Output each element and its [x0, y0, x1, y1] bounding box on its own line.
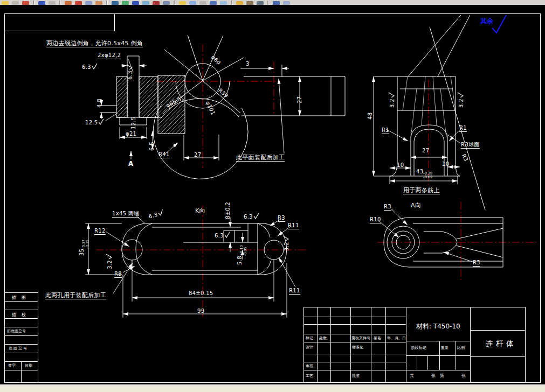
- dim-label: 48: [367, 113, 373, 120]
- toolbar-icon-fragment[interactable]: [210, 1, 217, 5]
- dim-label: 84±0.15: [189, 290, 213, 296]
- view-arrow-label: A: [128, 161, 134, 167]
- radius-label: R41: [158, 151, 170, 158]
- roughness-label: 6.3: [126, 64, 133, 80]
- tb-cell-scale: 比例: [457, 346, 465, 350]
- drawing-canvas[interactable]: [0, 0, 545, 392]
- margin-cell-sign: 签字: [8, 363, 16, 368]
- dim-label: 10: [397, 162, 404, 168]
- machining-note: 此平面装配后加工: [236, 155, 285, 162]
- toolbar-icon-fragment[interactable]: [12, 1, 19, 5]
- roughness-label: 3.2: [457, 92, 464, 108]
- check-icon: [388, 92, 395, 98]
- radius-label: R10: [370, 216, 381, 223]
- check-icon: [224, 232, 230, 238]
- toolbar-icon-fragment[interactable]: [22, 1, 29, 5]
- radius-label: R3: [278, 215, 285, 222]
- tb-cell-process: 工艺: [306, 374, 313, 378]
- dim-label: 5.8+0.10-0.05: [237, 245, 247, 265]
- dim-label: 8±0.2: [225, 202, 231, 219]
- tb-cell-date: 年、月、日: [387, 336, 406, 340]
- check-icon: [253, 213, 259, 219]
- roughness-label: 3.2: [106, 254, 113, 269]
- toolbar-icon-fragment[interactable]: [2, 1, 9, 5]
- part-name: 连杆体: [486, 339, 516, 349]
- tb-cell-approve: 批准: [352, 374, 360, 378]
- margin-row-base-no: 底图总号: [9, 346, 28, 351]
- dim-label: 99: [197, 308, 204, 314]
- general-roughness-note: 其余: [480, 18, 494, 24]
- toolbar-icon-fragment[interactable]: [65, 1, 72, 5]
- toolbar-icon-fragment[interactable]: [112, 1, 119, 5]
- toolbar-icon-fragment[interactable]: [75, 1, 82, 5]
- toolbar-separator: [174, 1, 175, 5]
- radius-label: R12: [94, 228, 106, 235]
- dim-label: φ21: [126, 131, 136, 137]
- hole-machining-note: 此两孔用于装配后加工: [45, 292, 106, 299]
- roughness-label: 6.3: [82, 63, 98, 70]
- material-field: 材料: T450-10: [416, 322, 460, 331]
- roughness-label: 12.5: [85, 118, 104, 125]
- toolbar-icon-fragment[interactable]: [49, 1, 56, 5]
- toolbar-icon-fragment[interactable]: [95, 1, 102, 5]
- radius-label: R11: [289, 288, 300, 295]
- radius-label: R3: [384, 204, 391, 211]
- toolbar-separator: [106, 1, 108, 5]
- roughness-label: 6.3: [215, 232, 230, 239]
- dim-label: 27: [422, 148, 429, 153]
- tb-cell-change-doc: 更改文件号: [351, 336, 370, 340]
- chamfer-label: 1x45 两端: [112, 211, 139, 218]
- toolbar-icon-fragment[interactable]: [246, 1, 253, 5]
- toolbar: [0, 0, 545, 5]
- dim-label: 6.5: [149, 142, 155, 151]
- tb-cell-check: 审核: [306, 364, 313, 368]
- toolbar-icon-fragment[interactable]: [85, 1, 92, 5]
- toolbar-icon-fragment[interactable]: [163, 1, 170, 5]
- toolbar-separator: [59, 1, 61, 5]
- status-bar: [0, 384, 545, 392]
- toolbar-icon-fragment[interactable]: [153, 1, 160, 5]
- toolbar-icon-fragment[interactable]: [132, 1, 139, 5]
- view-label: A向: [411, 202, 421, 208]
- dim-label: 43-0.20-0.65: [416, 169, 432, 179]
- radius-label: R8: [114, 271, 122, 278]
- margin-cell-date: 日期: [25, 363, 32, 368]
- dim-label: 12.5: [130, 117, 136, 129]
- chamfer-note: 两边去锐边倒角，允许0.5x45 倒角: [46, 40, 143, 47]
- toolbar-separator: [231, 1, 232, 5]
- cad-application-window: 两边去锐边倒角，允许0.5x45 倒角 2xφ12,2 6.3 6.3 φ60 …: [0, 0, 545, 392]
- check-icon: [457, 92, 464, 98]
- radius-label: R1: [382, 127, 389, 134]
- dim-label: 2xφ12,2: [98, 52, 121, 59]
- tb-cell-stage: 阶段标记: [411, 346, 426, 350]
- toolbar-icon-fragment[interactable]: [122, 1, 129, 5]
- toolbar-icon-fragment[interactable]: [273, 1, 280, 5]
- tb-sheet-total: 共: [410, 373, 414, 379]
- dim-label: 3: [246, 61, 250, 67]
- radius-label: R11: [288, 222, 299, 229]
- dim-label: 27: [194, 152, 201, 158]
- margin-row-trace-check: 描校: [12, 312, 31, 318]
- toolbar-icon-fragment[interactable]: [189, 1, 196, 5]
- toolbar-icon-fragment[interactable]: [199, 1, 206, 5]
- tb-sheet-unit2: 张: [461, 373, 466, 379]
- toolbar-icon-fragment[interactable]: [257, 1, 264, 5]
- radius-label: R1: [459, 125, 467, 132]
- toolbar-separator: [267, 1, 269, 5]
- check-icon: [282, 235, 289, 241]
- toolbar-icon-fragment[interactable]: [220, 1, 227, 5]
- tb-sheet-no: 第: [440, 373, 444, 379]
- toolbar-icon-fragment[interactable]: [38, 1, 45, 5]
- tb-cell-count: 处数: [319, 336, 327, 340]
- tb-cell-sign: 签名: [374, 336, 381, 340]
- toolbar-icon-fragment[interactable]: [236, 1, 243, 5]
- check-icon: [106, 254, 112, 260]
- toolbar-icon-fragment[interactable]: [283, 1, 290, 5]
- view-label: K向: [195, 208, 205, 214]
- margin-row-tracing: 描图: [12, 295, 31, 300]
- margin-row-old-base-no: 旧底图总号: [7, 329, 26, 333]
- toolbar-icon-fragment[interactable]: [179, 1, 186, 5]
- dim-label: 10: [442, 161, 449, 167]
- toolbar-icon-fragment[interactable]: [142, 1, 149, 5]
- roughness-label: 6.3: [244, 213, 259, 220]
